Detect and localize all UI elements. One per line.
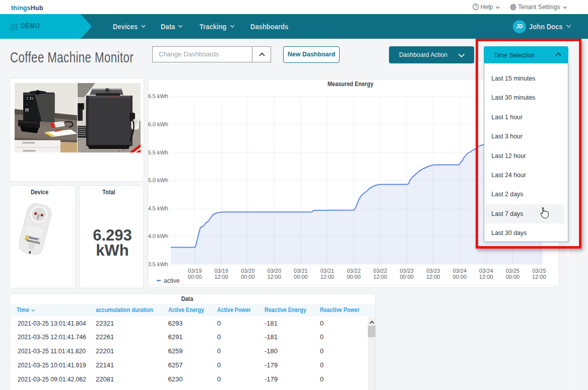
- svg-text:00:00: 00:00: [294, 274, 308, 280]
- svg-text:6.0 kWh: 6.0 kWh: [148, 121, 168, 127]
- svg-text:00:00: 00:00: [241, 274, 255, 280]
- svg-text:03/22: 03/22: [373, 268, 387, 274]
- svg-text:03/25: 03/25: [506, 268, 520, 274]
- svg-text:03/21: 03/21: [294, 268, 308, 274]
- svg-text:00:00: 00:00: [347, 274, 361, 280]
- svg-text:5.0 kWh: 5.0 kWh: [148, 177, 168, 183]
- svg-text:00:00: 00:00: [188, 274, 202, 280]
- svg-text:00:00: 00:00: [453, 274, 467, 280]
- svg-text:12:00: 12:00: [320, 274, 335, 280]
- svg-text:12:00: 12:00: [426, 274, 440, 280]
- svg-text:3.5 kWh: 3.5 kWh: [148, 261, 168, 267]
- svg-text:00:00: 00:00: [506, 274, 520, 280]
- svg-text:12:00: 12:00: [479, 274, 493, 280]
- svg-text:00:00: 00:00: [400, 274, 414, 280]
- svg-text:4.5 kWh: 4.5 kWh: [148, 205, 168, 211]
- svg-text:12:00: 12:00: [268, 274, 282, 280]
- svg-text:5.5 kWh: 5.5 kWh: [148, 149, 168, 155]
- svg-text:6.5 kWh: 6.5 kWh: [148, 93, 168, 99]
- svg-text:03/24: 03/24: [453, 268, 467, 274]
- svg-text:03/19: 03/19: [188, 268, 202, 274]
- svg-text:03/21: 03/21: [320, 268, 335, 274]
- svg-text:12:00: 12:00: [373, 274, 387, 280]
- svg-text:12:00: 12:00: [532, 274, 546, 280]
- svg-text:03/23: 03/23: [426, 268, 440, 274]
- svg-text:03/25: 03/25: [532, 268, 546, 274]
- svg-text:03/20: 03/20: [268, 268, 282, 274]
- svg-text:active: active: [164, 277, 180, 284]
- svg-text:03/20: 03/20: [241, 268, 255, 274]
- svg-text:03/19: 03/19: [214, 268, 228, 274]
- svg-text:03/24: 03/24: [479, 268, 493, 274]
- svg-text:12:00: 12:00: [214, 274, 228, 280]
- svg-text:03/22: 03/22: [347, 268, 361, 274]
- svg-text:03/23: 03/23: [400, 268, 414, 274]
- svg-text:?: ?: [475, 5, 477, 9]
- svg-text:4.0 kWh: 4.0 kWh: [148, 233, 168, 239]
